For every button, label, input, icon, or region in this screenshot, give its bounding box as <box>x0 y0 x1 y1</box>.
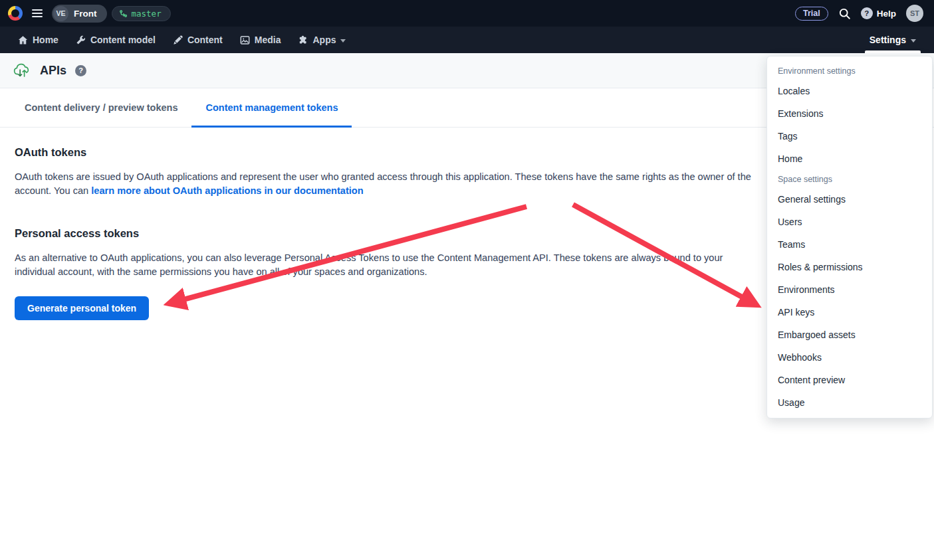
menu-item-teams[interactable]: Teams <box>767 233 932 256</box>
menu-item-tags[interactable]: Tags <box>767 125 932 147</box>
settings-dropdown-menu: Environment settings Locales Extensions … <box>766 56 933 419</box>
nav-item-label: Home <box>33 35 58 45</box>
menu-group-header-environment-settings: Environment settings <box>767 62 932 80</box>
topbar: VE Front master Trial ? Help ST <box>0 0 934 27</box>
nav-item-label: Media <box>255 35 281 45</box>
menu-group-header-space-settings: Space settings <box>767 170 932 188</box>
generate-personal-token-button[interactable]: Generate personal token <box>15 296 149 320</box>
menu-item-locales[interactable]: Locales <box>767 80 932 102</box>
space-name: Front <box>68 9 105 19</box>
avatar[interactable]: ST <box>906 5 923 22</box>
oauth-tokens-description: OAuth tokens are issued by OAuth applica… <box>15 170 751 197</box>
chevron-down-icon <box>340 39 346 43</box>
help-button[interactable]: ? Help <box>861 7 896 19</box>
menu-item-usage[interactable]: Usage <box>767 391 932 414</box>
nav-item-label: Content <box>187 35 223 45</box>
page-title: APIs <box>40 64 66 78</box>
home-icon <box>18 35 28 45</box>
search-icon <box>838 7 851 20</box>
settings-label: Settings <box>870 35 906 45</box>
main-navbar: Home Content model Content Media <box>0 27 934 53</box>
oauth-docs-link[interactable]: learn more about OAuth applications in o… <box>91 185 363 196</box>
image-icon <box>240 35 250 45</box>
help-label: Help <box>877 9 896 19</box>
nav-item-apps[interactable]: Apps <box>289 27 354 53</box>
question-circle-icon: ? <box>861 7 873 19</box>
menu-item-home[interactable]: Home <box>767 147 932 170</box>
chevron-down-icon <box>911 39 916 43</box>
menu-item-users[interactable]: Users <box>767 211 932 233</box>
menu-item-environments[interactable]: Environments <box>767 278 932 301</box>
menu-item-api-keys[interactable]: API keys <box>767 301 932 324</box>
trial-badge[interactable]: Trial <box>795 7 828 21</box>
settings-active-indicator <box>865 50 921 53</box>
menu-item-embargoed-assets[interactable]: Embargoed assets <box>767 324 932 346</box>
nav-item-label: Content model <box>90 35 156 45</box>
menu-item-general-settings[interactable]: General settings <box>767 188 932 211</box>
search-button[interactable] <box>838 7 851 20</box>
space-switcher[interactable]: VE Front <box>52 5 107 23</box>
nav-item-settings[interactable]: Settings <box>862 27 923 53</box>
menu-item-roles-permissions[interactable]: Roles & permissions <box>767 256 932 278</box>
nav-item-content[interactable]: Content <box>164 27 231 53</box>
hamburger-icon[interactable] <box>31 7 43 19</box>
pen-icon <box>173 35 183 45</box>
branch-name: master <box>132 9 162 19</box>
menu-item-webhooks[interactable]: Webhooks <box>767 346 932 369</box>
tab-content-management-tokens[interactable]: Content management tokens <box>191 88 352 127</box>
page-help-icon[interactable]: ? <box>75 65 86 76</box>
contentful-logo-icon[interactable] <box>8 6 23 21</box>
nav-item-media[interactable]: Media <box>231 27 290 53</box>
environment-switcher[interactable]: master <box>112 6 171 21</box>
git-branch-icon <box>119 9 128 18</box>
menu-item-extensions[interactable]: Extensions <box>767 102 932 125</box>
wrench-icon <box>76 35 86 45</box>
puzzle-icon <box>298 35 308 45</box>
personal-access-tokens-description: As an alternative to OAuth applications,… <box>15 251 751 278</box>
apis-cloud-sync-icon <box>13 63 31 78</box>
tab-content-delivery-preview-tokens[interactable]: Content delivery / preview tokens <box>11 88 191 127</box>
nav-item-home[interactable]: Home <box>9 27 67 53</box>
menu-item-content-preview[interactable]: Content preview <box>767 369 932 391</box>
org-initials-badge: VE <box>53 6 68 21</box>
nav-item-content-model[interactable]: Content model <box>67 27 164 53</box>
nav-item-label: Apps <box>312 35 336 45</box>
